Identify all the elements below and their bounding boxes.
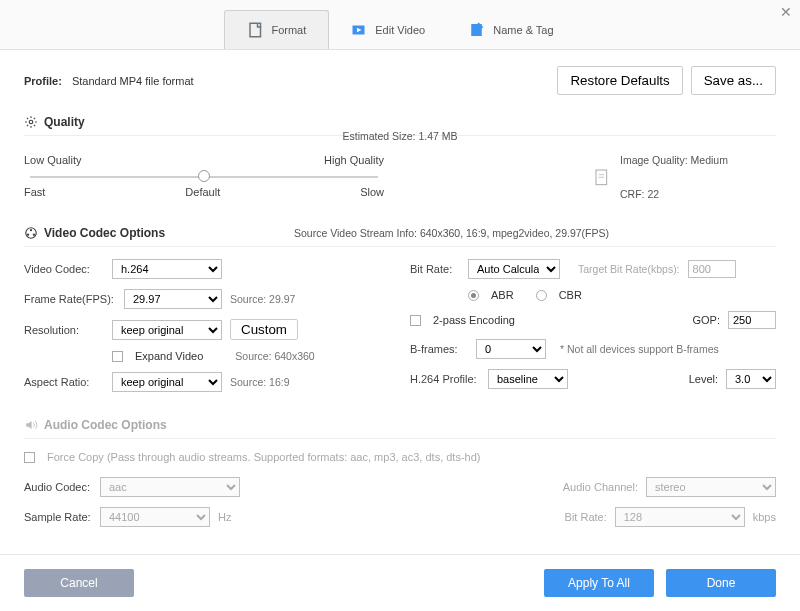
- save-as-button[interactable]: Save as...: [691, 66, 776, 95]
- fps-label: Frame Rate(FPS):: [24, 293, 116, 305]
- resolution-select[interactable]: keep original: [112, 320, 222, 340]
- expand-video-label: Expand Video: [135, 350, 203, 362]
- target-bitrate-input[interactable]: [688, 260, 736, 278]
- slider-thumb[interactable]: [198, 170, 210, 182]
- done-button[interactable]: Done: [666, 569, 776, 597]
- crf-value: CRF: 22: [620, 188, 728, 200]
- document-icon: [594, 168, 610, 200]
- stream-info: Source Video Stream Info: 640x360, 16:9,…: [294, 227, 609, 239]
- tab-label: Edit Video: [375, 24, 425, 36]
- video-codec-label: Video Codec:: [24, 263, 104, 275]
- sample-rate-label: Sample Rate:: [24, 511, 92, 523]
- audio-codec-header: Audio Codec Options: [24, 418, 776, 432]
- tab-format[interactable]: Format: [224, 10, 329, 49]
- tab-label: Format: [271, 24, 306, 36]
- hz-label: Hz: [218, 511, 231, 523]
- resolution-source: Source: 640x360: [235, 350, 314, 362]
- fast-label: Fast: [24, 186, 45, 198]
- sample-rate-select[interactable]: 44100: [100, 507, 210, 527]
- svg-point-4: [29, 120, 33, 124]
- apply-to-all-button[interactable]: Apply To All: [544, 569, 654, 597]
- h264-profile-select[interactable]: baseline: [488, 369, 568, 389]
- estimated-size: Estimated Size: 1.47 MB: [24, 130, 776, 142]
- profile-label: Profile:: [24, 75, 62, 87]
- audio-bitrate-label: Bit Rate:: [565, 511, 607, 523]
- svg-rect-0: [250, 23, 261, 37]
- profile-value: Standard MP4 file format: [72, 75, 194, 87]
- format-icon: [247, 21, 265, 39]
- aspect-ratio-label: Aspect Ratio:: [24, 376, 104, 388]
- footer: Cancel Apply To All Done: [0, 554, 800, 611]
- tab-edit-video[interactable]: Edit Video: [329, 10, 447, 49]
- bitrate-label: Bit Rate:: [410, 263, 460, 275]
- fps-source: Source: 29.97: [230, 293, 295, 305]
- tab-bar: Format Edit Video Name & Tag: [0, 0, 800, 50]
- restore-defaults-button[interactable]: Restore Defaults: [557, 66, 682, 95]
- quality-slider[interactable]: [30, 176, 378, 178]
- quality-header: Quality: [24, 115, 776, 129]
- tab-name-tag[interactable]: Name & Tag: [447, 10, 575, 49]
- bframes-select[interactable]: 0: [476, 339, 546, 359]
- low-quality-label: Low Quality: [24, 154, 81, 166]
- gear-icon: [24, 115, 38, 129]
- kbps-label: kbps: [753, 511, 776, 523]
- expand-video-checkbox[interactable]: [112, 351, 123, 362]
- image-quality-value: Image Quality: Medium: [620, 154, 728, 166]
- profile-row: Profile: Standard MP4 file format Restor…: [24, 66, 776, 95]
- gop-label: GOP:: [692, 314, 720, 326]
- level-select[interactable]: 3.0: [726, 369, 776, 389]
- fps-select[interactable]: 29.97: [124, 289, 222, 309]
- video-codec-select[interactable]: h.264: [112, 259, 222, 279]
- audio-channel-label: Audio Channel:: [563, 481, 638, 493]
- custom-button[interactable]: Custom: [230, 319, 298, 340]
- audio-codec-label: Audio Codec:: [24, 481, 92, 493]
- twopass-label: 2-pass Encoding: [433, 314, 515, 326]
- tag-icon: [469, 21, 487, 39]
- bframes-note: * Not all devices support B-frames: [560, 343, 719, 355]
- video-codec-header: Video Codec Options Source Video Stream …: [24, 226, 776, 240]
- close-icon[interactable]: ✕: [780, 4, 792, 20]
- audio-bitrate-select[interactable]: 128: [615, 507, 745, 527]
- audio-channel-select[interactable]: stereo: [646, 477, 776, 497]
- audio-codec-select[interactable]: aac: [100, 477, 240, 497]
- slow-label: Slow: [360, 186, 384, 198]
- abr-label: ABR: [491, 289, 514, 301]
- speaker-icon: [24, 418, 38, 432]
- aspect-ratio-select[interactable]: keep original: [112, 372, 222, 392]
- abr-radio[interactable]: [468, 290, 479, 301]
- edit-video-icon: [351, 21, 369, 39]
- cancel-button[interactable]: Cancel: [24, 569, 134, 597]
- cbr-radio[interactable]: [536, 290, 547, 301]
- svg-point-10: [27, 234, 29, 236]
- gop-input[interactable]: [728, 311, 776, 329]
- bitrate-select[interactable]: Auto Calculate: [468, 259, 560, 279]
- svg-point-11: [33, 234, 35, 236]
- svg-point-9: [30, 229, 32, 231]
- resolution-label: Resolution:: [24, 324, 104, 336]
- force-copy-label: Force Copy (Pass through audio streams. …: [47, 451, 480, 463]
- cbr-label: CBR: [559, 289, 582, 301]
- tab-label: Name & Tag: [493, 24, 553, 36]
- film-icon: [24, 226, 38, 240]
- bframes-label: B-frames:: [410, 343, 468, 355]
- h264-profile-label: H.264 Profile:: [410, 373, 480, 385]
- twopass-checkbox[interactable]: [410, 315, 421, 326]
- high-quality-label: High Quality: [324, 154, 384, 166]
- force-copy-checkbox[interactable]: [24, 452, 35, 463]
- aspect-ratio-source: Source: 16:9: [230, 376, 290, 388]
- default-label: Default: [185, 186, 220, 198]
- level-label: Level:: [689, 373, 718, 385]
- target-bitrate-label: Target Bit Rate(kbps):: [578, 263, 680, 275]
